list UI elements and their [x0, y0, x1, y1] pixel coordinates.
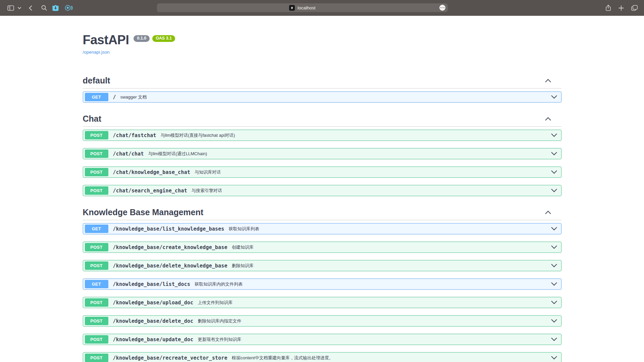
- endpoint-row[interactable]: GET / swagger 文档: [83, 92, 561, 103]
- endpoint-path: /knowledge_base/delete_knowledge_base: [113, 263, 228, 269]
- endpoint-row[interactable]: GET /knowledge_base/list_docs 获取知识库内的文件列…: [83, 279, 561, 290]
- tag-section: Chat POST /chat/fastchat 与llm模型对话(直接与fas…: [83, 114, 561, 196]
- search-icon[interactable]: [41, 0, 47, 16]
- endpoint-row[interactable]: POST /knowledge_base/delete_doc 删除知识库内指定…: [83, 315, 561, 326]
- endpoint-list: GET /knowledge_base/list_knowledge_bases…: [83, 220, 561, 362]
- expand-endpoint-button[interactable]: [551, 301, 557, 304]
- tab-overview-icon[interactable]: [631, 0, 638, 16]
- collapse-section-button[interactable]: [545, 79, 551, 82]
- expand-endpoint-button[interactable]: [551, 319, 557, 323]
- method-badge: POST: [85, 335, 108, 344]
- section-header[interactable]: Knowledge Base Management: [83, 207, 561, 220]
- browser-toolbar: localhost: [0, 0, 644, 16]
- chevron-down-icon: [551, 301, 557, 304]
- section-title: default: [83, 75, 110, 85]
- method-badge: POST: [85, 168, 108, 176]
- reader-more-button[interactable]: [439, 5, 445, 11]
- new-tab-icon[interactable]: [618, 0, 624, 16]
- chevron-down-icon: [551, 245, 557, 249]
- endpoint-row[interactable]: POST /chat/fastchat 与llm模型对话(直接与fastchat…: [83, 130, 561, 141]
- endpoint-row[interactable]: POST /knowledge_base/create_knowledge_ba…: [83, 242, 561, 253]
- chevron-down-icon: [551, 356, 557, 360]
- chevron-down-icon: [551, 282, 557, 286]
- endpoint-path: /knowledge_base/create_knowledge_base: [113, 244, 228, 250]
- endpoint-list: POST /chat/fastchat 与llm模型对话(直接与fastchat…: [83, 127, 561, 196]
- expand-endpoint-button[interactable]: [551, 338, 557, 341]
- endpoint-row[interactable]: POST /knowledge_base/delete_knowledge_ba…: [83, 260, 561, 271]
- back-icon[interactable]: [28, 0, 33, 16]
- section-header[interactable]: default: [83, 75, 561, 88]
- endpoint-row[interactable]: GET /knowledge_base/list_knowledge_bases…: [83, 223, 561, 234]
- method-badge: GET: [85, 225, 108, 233]
- expand-endpoint-button[interactable]: [551, 356, 557, 360]
- endpoint-path: /chat/fastchat: [113, 132, 156, 138]
- endpoint-description: 与llm模型对话(通过LLMChain): [148, 151, 207, 157]
- endpoint-row[interactable]: POST /chat/chat 与llm模型对话(通过LLMChain): [83, 148, 561, 159]
- endpoint-path: /knowledge_base/list_docs: [113, 281, 191, 287]
- endpoint-row[interactable]: POST /chat/knowledge_base_chat 与知识库对话: [83, 167, 561, 178]
- expand-endpoint-button[interactable]: [551, 227, 557, 231]
- expand-endpoint-button[interactable]: [551, 282, 557, 286]
- endpoint-row[interactable]: POST /knowledge_base/upload_doc 上传文件到知识库: [83, 297, 561, 308]
- chevron-down-icon: [551, 133, 557, 137]
- section-title: Knowledge Base Management: [83, 207, 204, 217]
- endpoint-path: /chat/knowledge_base_chat: [113, 169, 191, 175]
- openapi-spec-link[interactable]: /openapi.json: [83, 50, 110, 55]
- chevron-down-icon: [551, 95, 557, 99]
- expand-endpoint-button[interactable]: [551, 264, 557, 267]
- section-title: Chat: [83, 114, 102, 124]
- api-info: FastAPI 0.1.0 OAS 3.1: [83, 34, 561, 46]
- expand-endpoint-button[interactable]: [551, 189, 557, 192]
- oas-badge: OAS 3.1: [152, 35, 175, 42]
- chevron-up-icon: [545, 210, 551, 214]
- chevron-down-icon: [551, 338, 557, 341]
- address-bar[interactable]: localhost: [157, 3, 448, 12]
- endpoint-row[interactable]: POST /chat/search_engine_chat 与搜索引擎对话: [83, 185, 561, 196]
- endpoint-path: /knowledge_base/recreate_vector_store: [113, 355, 228, 361]
- chevron-down-icon[interactable]: [17, 0, 22, 16]
- chevron-down-icon: [551, 264, 557, 267]
- method-badge: GET: [85, 280, 108, 288]
- endpoint-path: /knowledge_base/update_doc: [113, 337, 194, 343]
- extension-broadcast-icon[interactable]: [64, 0, 73, 16]
- fastapi-favicon: [289, 5, 295, 11]
- expand-endpoint-button[interactable]: [551, 245, 557, 249]
- chevron-down-icon: [551, 170, 557, 174]
- endpoint-path: /chat/chat: [113, 151, 144, 157]
- method-badge: POST: [85, 149, 108, 158]
- page-title: FastAPI: [83, 34, 129, 46]
- endpoint-description: 与知识库对话: [195, 169, 221, 175]
- method-badge: POST: [85, 317, 108, 325]
- method-badge: POST: [85, 186, 108, 195]
- expand-endpoint-button[interactable]: [551, 95, 557, 99]
- version-badge: 0.1.0: [133, 35, 150, 42]
- endpoint-path: /: [113, 94, 116, 100]
- endpoint-path: /knowledge_base/delete_doc: [113, 318, 194, 324]
- endpoint-description: 上传文件到知识库: [198, 300, 233, 306]
- endpoint-row[interactable]: POST /knowledge_base/update_doc 更新现有文件到知…: [83, 334, 561, 345]
- collapse-section-button[interactable]: [545, 117, 551, 121]
- chevron-down-icon: [551, 152, 557, 156]
- expand-endpoint-button[interactable]: [551, 152, 557, 156]
- endpoint-row[interactable]: POST /knowledge_base/recreate_vector_sto…: [83, 352, 561, 362]
- collapse-section-button[interactable]: [545, 210, 551, 214]
- method-badge: POST: [85, 261, 108, 270]
- extension-shield-icon[interactable]: [51, 0, 59, 16]
- expand-endpoint-button[interactable]: [551, 170, 557, 174]
- chevron-up-icon: [545, 117, 551, 121]
- endpoint-description: 与搜索引擎对话: [192, 188, 222, 194]
- method-badge: POST: [85, 298, 108, 307]
- method-badge: POST: [85, 131, 108, 139]
- tag-section: default GET / swagger 文档: [83, 75, 561, 103]
- section-header[interactable]: Chat: [83, 114, 561, 127]
- sidebar-toggle-icon[interactable]: [7, 0, 15, 16]
- endpoint-description: 创建知识库: [232, 244, 254, 250]
- share-icon[interactable]: [605, 0, 611, 16]
- chevron-down-icon: [551, 319, 557, 323]
- endpoint-description: 获取知识库列表: [229, 226, 259, 232]
- endpoint-description: 获取知识库内的文件列表: [195, 281, 243, 287]
- chevron-down-icon: [551, 227, 557, 231]
- endpoint-description: swagger 文档: [120, 94, 147, 100]
- expand-endpoint-button[interactable]: [551, 133, 557, 137]
- endpoint-path: /knowledge_base/list_knowledge_bases: [113, 226, 224, 232]
